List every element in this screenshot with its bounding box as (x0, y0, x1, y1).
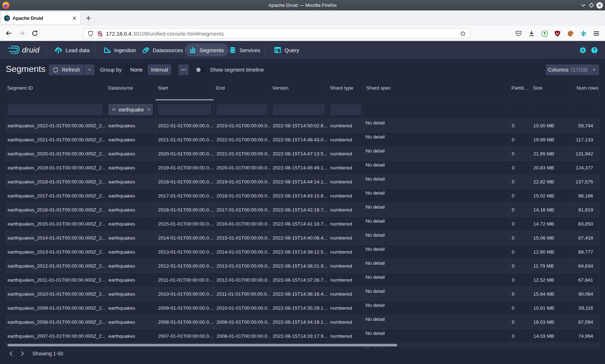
reload-button[interactable] (29, 28, 40, 39)
table-row[interactable]: earthquakes_2014-01-01T00:00:00.000Z_2…e… (5, 231, 599, 245)
url-text: 172.18.0.4:30109/unified-console.html#se… (106, 31, 458, 37)
window-titlebar: Apache Druid — Mozilla Firefox (0, 0, 605, 10)
refresh-button[interactable]: Refresh (49, 64, 84, 75)
refresh-dropdown-button[interactable] (84, 64, 95, 75)
nav-item-segments[interactable]: Segments (185, 44, 229, 56)
filter-input-shard-type[interactable] (330, 104, 361, 115)
extension-green-icon[interactable] (539, 28, 550, 38)
cell-version: 2022-08-15T14:42:19.7… (270, 203, 328, 217)
pocket-icon[interactable] (514, 28, 524, 38)
column-header-num-rows[interactable]: Num rows (574, 81, 599, 100)
next-page-button[interactable] (17, 347, 28, 360)
table-row[interactable]: earthquakes_2008-01-01T00:00:00.000Z_2…e… (5, 315, 599, 329)
table-row[interactable]: earthquakes_2009-01-01T00:00:00.000Z_2…e… (5, 301, 599, 315)
help-icon[interactable] (591, 47, 598, 54)
filter-input-end[interactable] (216, 104, 267, 115)
nav-item-label: Load data (66, 47, 90, 53)
back-button[interactable] (3, 28, 14, 39)
cell-partiti-: 0 (509, 231, 531, 245)
column-header-end[interactable]: End (214, 81, 270, 100)
settings-gear-icon[interactable] (579, 47, 586, 54)
cell-datasource: earthquakes (106, 315, 156, 329)
table-row[interactable]: earthquakes_2017-01-01T00:00:00.000Z_2…e… (5, 189, 599, 203)
cell-datasource: earthquakes (106, 217, 156, 231)
columns-button[interactable]: Columns (17/18) (546, 64, 599, 75)
cell-shard-type: numbered (328, 147, 364, 160)
table-row[interactable]: earthquakes_2013-01-01T00:00:00.000Z_2…e… (5, 245, 599, 259)
filter-input-segment-id[interactable] (8, 104, 103, 115)
table-row[interactable]: earthquakes_2007-01-01T00:00:00.000Z_2…e… (5, 329, 599, 343)
column-header-start[interactable]: Start (156, 81, 214, 100)
nav-item-query[interactable]: Query (274, 44, 299, 56)
table-row[interactable]: earthquakes_2015-01-01T00:00:00.000Z_2…e… (5, 217, 599, 231)
cell-partiti-: 0 (509, 203, 531, 217)
column-header-partiti-[interactable]: Partiti… (509, 81, 531, 100)
column-header-segment-id[interactable]: Segment ID (5, 81, 106, 100)
cell-shard-spec: No detail (364, 217, 509, 231)
cookie-extension-icon[interactable] (565, 28, 575, 38)
table-row[interactable]: earthquakes_2020-01-01T00:00:00.000Z_2…e… (5, 147, 599, 161)
group-by-interval-button[interactable]: Interval (148, 64, 171, 75)
nav-item-services[interactable]: Services (229, 44, 260, 56)
table-row[interactable]: earthquakes_2022-01-01T00:00:00.000Z_2…e… (5, 119, 599, 133)
extension-blue-asterisk-icon[interactable] (578, 28, 588, 38)
table-row[interactable]: earthquakes_2018-01-01T00:00:00.000Z_2…e… (5, 175, 599, 189)
nav-item-ingestion[interactable]: Ingestion (104, 44, 136, 56)
column-header-datasource[interactable]: Datasource (106, 81, 156, 100)
cell-shard-type: numbered (328, 245, 364, 259)
cell-segment-id: earthquakes_2007-01-01T00:00:00.000Z_2… (5, 329, 106, 343)
filter-chip-value: earthquake (118, 107, 144, 113)
cell-partiti-: 0 (509, 133, 531, 146)
menu-hamburger-icon[interactable] (591, 28, 601, 38)
more-dots-icon (181, 67, 187, 73)
url-bar[interactable]: 172.18.0.4:30109/unified-console.html#se… (83, 28, 470, 39)
druid-brand[interactable]: druid (7, 41, 40, 59)
cell-shard-spec: No detail (364, 231, 509, 245)
tracking-shield-icon[interactable] (86, 29, 95, 38)
cell-num-rows: 137,575 (574, 175, 599, 188)
tab-close-button[interactable] (70, 14, 78, 22)
window-close-button[interactable] (596, 2, 603, 9)
window-minimize-button[interactable] (579, 2, 587, 9)
table-row[interactable]: earthquakes_2016-01-01T00:00:00.000Z_2…e… (5, 203, 599, 217)
cell-shard-type: numbered (328, 287, 364, 301)
new-tab-button[interactable] (84, 13, 93, 23)
previous-page-button[interactable] (6, 347, 17, 360)
table-row[interactable]: earthquakes_2011-01-01T00:00:00.000Z_2…e… (5, 273, 599, 287)
table-row[interactable]: earthquakes_2010-01-01T00:00:00.000Z_2…e… (5, 287, 599, 301)
more-options-button[interactable] (178, 64, 189, 75)
cell-shard-spec: No detail (364, 147, 509, 160)
table-row[interactable]: earthquakes_2012-01-01T00:00:00.000Z_2…e… (5, 259, 599, 273)
cell-shard-type: numbered (328, 231, 364, 245)
ublock-origin-icon[interactable] (552, 28, 563, 38)
bookmark-star-icon[interactable] (458, 29, 467, 38)
cell-segment-id: earthquakes_2012-01-01T00:00:00.000Z_2… (5, 259, 106, 273)
remove-filter-icon[interactable] (147, 107, 151, 112)
table-row[interactable]: earthquakes_2019-01-01T00:00:00.000Z_2…e… (5, 161, 599, 175)
forward-button[interactable] (16, 28, 27, 39)
column-header-size[interactable]: Size (531, 81, 574, 100)
cell-size: 21.65 MB (531, 147, 574, 160)
insecure-lock-icon[interactable] (95, 29, 104, 38)
cell-size: 13.50 MB (531, 343, 574, 347)
datasource-filter-chip[interactable]: earthquake (108, 104, 153, 115)
browser-tab-apache-druid[interactable]: Apache Druid (1, 12, 80, 24)
nav-item-load-data[interactable]: Load data (55, 44, 90, 56)
cell-num-rows: 72,000 (574, 343, 599, 347)
filter-input-version[interactable] (273, 104, 325, 115)
horizontal-scrollbar-thumb[interactable] (8, 344, 397, 346)
nav-item-datasources[interactable]: Datasources (143, 44, 183, 56)
filter-input-start[interactable] (158, 104, 211, 115)
show-segment-timeline-toggle[interactable] (196, 67, 206, 73)
column-header-version[interactable]: Version (270, 81, 328, 100)
table-row[interactable]: earthquakes_2021-01-01T00:00:00.000Z_2…e… (5, 133, 599, 147)
group-by-none-button[interactable]: None (126, 64, 147, 75)
downloads-icon[interactable] (526, 28, 537, 38)
cell-start: 2017-01-01T00:00:00.0… (156, 189, 214, 203)
cell-end: 2013-01-01T00:00:00.0… (214, 259, 270, 273)
column-header-shard-spec[interactable]: Shard spec (364, 81, 509, 100)
cell-datasource: earthquakes (106, 329, 156, 343)
window-maximize-button[interactable] (588, 2, 595, 9)
chevron-left-icon (8, 351, 14, 356)
column-header-shard-type[interactable]: Shard type (328, 81, 364, 100)
